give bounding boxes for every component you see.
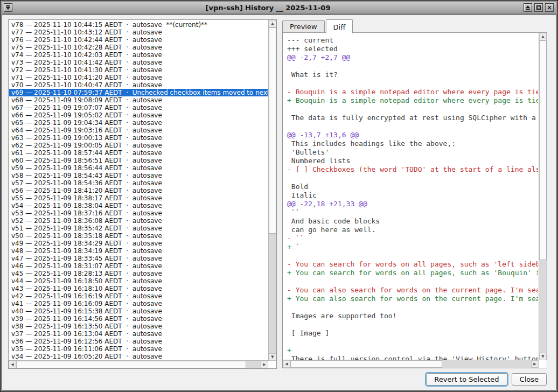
tab-diff[interactable]: Diff [326,19,353,33]
history-row[interactable]: v45 — 2025-11-09 18:28:13 AEDT · autosav… [9,270,268,277]
history-vscroll-track[interactable] [269,27,276,353]
window-title: [vpn-ssh] History __ 2025-11-09 [13,4,522,12]
diff-line: Images are supported too! [287,312,538,320]
history-row[interactable]: v59 — 2025-11-09 18:56:44 AEDT · autosav… [9,164,268,172]
shade-button[interactable] [524,3,532,12]
history-row[interactable]: v71 — 2025-11-10 10:41:20 AEDT · autosav… [9,74,268,81]
history-row[interactable]: v52 — 2025-11-09 18:36:08 AEDT · autosav… [9,217,268,225]
history-scroll-down-button[interactable]: ▼ [269,353,276,361]
history-row[interactable]: v51 — 2025-11-09 18:35:42 AEDT · autosav… [9,225,268,232]
history-row[interactable]: v64 — 2025-11-09 19:03:16 AEDT · autosav… [9,127,268,134]
history-row[interactable]: v40 — 2025-11-09 16:15:38 AEDT · autosav… [9,307,268,315]
history-row[interactable]: v41 — 2025-11-09 16:16:09 AEDT · autosav… [9,300,268,307]
diff-line [287,122,538,131]
history-scroll-up-button[interactable]: ▲ [269,20,276,27]
arrow-down-icon: ▼ [541,354,544,359]
history-row[interactable]: v48 — 2025-11-09 18:34:19 AEDT · autosav… [9,247,268,255]
history-row[interactable]: v66 — 2025-11-09 19:05:02 AEDT · autosav… [9,111,268,119]
history-row[interactable]: v43 — 2025-11-09 16:18:10 AEDT · autosav… [9,285,268,292]
diff-line: +++ selected [287,45,538,53]
history-row[interactable]: v67 — 2025-11-09 19:07:07 AEDT · autosav… [9,104,268,111]
footer: Revert to Selected Close [2,368,556,390]
history-row[interactable]: v74 — 2025-11-10 10:42:03 AEDT · autosav… [9,51,268,59]
history-row[interactable]: v77 — 2025-11-10 10:43:12 AEDT · autosav… [9,29,268,36]
history-row[interactable]: v49 — 2025-11-09 18:34:29 AEDT · autosav… [9,240,268,247]
history-row[interactable]: v76 — 2025-11-10 10:42:44 AEDT · autosav… [9,36,268,44]
diff-text[interactable]: --- current+++ selected@@ -2,7 +2,7 @@ W… [283,33,538,360]
history-row[interactable]: v65 — 2025-11-09 19:04:34 AEDT · autosav… [9,119,268,127]
diff-line: - You can also search for words on the c… [287,286,538,295]
history-row[interactable]: v61 — 2025-11-09 18:57:44 AEDT · autosav… [9,149,268,157]
diff-line: - Bouquin is a simple notepad editor whe… [287,88,538,96]
diff-line: Italic [287,191,538,200]
history-row[interactable]: v68 — 2025-11-09 19:08:09 AEDT · autosav… [9,96,268,104]
history-scroll-left-button[interactable]: ◀ [9,361,16,368]
diff-line [287,277,538,286]
diff-line: @@ -13,7 +13,6 @@ [287,131,538,139]
window-menu-button[interactable] [4,3,12,12]
history-row[interactable]: v62 — 2025-11-09 19:00:05 AEDT · autosav… [9,142,268,149]
history-row[interactable]: v36 — 2025-11-09 16:12:56 AEDT · autosav… [9,338,268,345]
history-vscrollbar[interactable]: ▲ ▼ [268,20,276,361]
history-row[interactable]: v55 — 2025-11-09 18:38:17 AEDT · autosav… [9,194,268,202]
diff-hscroll-thumb[interactable] [290,360,442,368]
diff-line: + ` [287,243,538,251]
window-menu-icon [6,5,10,6]
history-row[interactable]: v78 — 2025-11-10 10:44:15 AEDT · autosav… [9,21,268,29]
diff-hscrollbar[interactable]: ◀ ▶ [283,360,539,368]
history-list[interactable]: v78 — 2025-11-10 10:44:15 AEDT · autosav… [9,20,268,361]
history-row[interactable]: v63 — 2025-11-09 19:00:13 AEDT · autosav… [9,134,268,142]
diff-scroll-right-button[interactable]: ▶ [531,360,539,368]
history-row[interactable]: v47 — 2025-11-09 18:33:45 AEDT · autosav… [9,255,268,262]
history-hscrollbar[interactable]: ◀ ▶ [9,360,268,368]
diff-vscrollbar[interactable]: ▲ ▼ [539,33,547,360]
history-row[interactable]: v42 — 2025-11-09 16:16:19 AEDT · autosav… [9,292,268,300]
history-row[interactable]: v39 — 2025-11-09 16:14:56 AEDT · autosav… [9,315,268,323]
history-row[interactable]: v72 — 2025-11-10 10:41:30 AEDT · autosav… [9,66,268,74]
history-row[interactable]: v70 — 2025-11-10 10:40:47 AEDT · autosav… [9,81,268,89]
history-row[interactable]: v54 — 2025-11-09 18:38:04 AEDT · autosav… [9,202,268,209]
history-row[interactable]: v35 — 2025-11-09 16:11:06 AEDT · autosav… [9,345,268,353]
arrow-left-icon: ◀ [11,362,13,367]
diff-hscroll-track[interactable] [290,360,531,368]
diff-line: @@ -2,7 +2,7 @@ [287,53,538,62]
history-row[interactable]: v75 — 2025-11-10 10:42:28 AEDT · autosav… [9,44,268,51]
shade-bar-icon [526,9,530,10]
tab-preview[interactable]: Preview [282,20,325,33]
diff-vscroll-track[interactable] [539,40,547,353]
diff-scroll-left-button[interactable]: ◀ [283,360,290,368]
history-hscroll-track[interactable] [16,361,261,368]
close-button[interactable]: × [545,3,554,12]
diff-line: + You can also search for words on the c… [287,295,538,303]
history-row[interactable]: v56 — 2025-11-09 18:41:20 AEDT · autosav… [9,187,268,194]
titlebar[interactable]: [vpn-ssh] History __ 2025-11-09 × [2,2,556,13]
history-row[interactable]: v44 — 2025-11-09 16:18:50 AEDT · autosav… [9,277,268,285]
history-row[interactable]: v53 — 2025-11-09 18:37:16 AEDT · autosav… [9,209,268,217]
history-row[interactable]: v38 — 2025-11-09 16:13:50 AEDT · autosav… [9,323,268,330]
diff-line: Bold [287,183,538,191]
history-row[interactable]: v37 — 2025-11-09 16:13:04 AEDT · autosav… [9,330,268,338]
history-row[interactable]: v50 — 2025-11-09 18:35:18 AEDT · autosav… [9,232,268,240]
history-row[interactable]: v57 — 2025-11-09 18:54:36 AEDT · autosav… [9,179,268,187]
history-hscroll-thumb[interactable] [16,361,246,368]
history-scroll-right-button[interactable]: ▶ [261,361,268,368]
history-row[interactable]: v60 — 2025-11-09 18:56:51 AEDT · autosav… [9,157,268,164]
revert-to-selected-button[interactable]: Revert to Selected [426,373,507,386]
history-row[interactable]: v58 — 2025-11-09 18:54:43 AEDT · autosav… [9,172,268,179]
close-dialog-button[interactable]: Close [512,373,547,386]
arrow-right-icon: ▶ [263,362,266,367]
diff-vscroll-thumb[interactable] [539,40,547,260]
history-row[interactable]: v73 — 2025-11-10 10:41:42 AEDT · autosav… [9,59,268,66]
diff-scroll-up-button[interactable]: ▲ [539,33,547,40]
arrow-down-icon: ▼ [271,355,274,359]
maximize-icon [536,5,541,10]
window-content: v78 — 2025-11-10 10:44:15 AEDT · autosav… [2,14,556,390]
history-vscroll-thumb[interactable] [269,27,276,234]
diff-line [287,320,538,329]
history-row[interactable]: v34 — 2025-11-09 16:05:20 AEDT · autosav… [9,353,268,360]
maximize-button[interactable] [534,3,543,12]
diff-scroll-down-button[interactable]: ▼ [539,353,547,360]
history-row[interactable]: v46 — 2025-11-09 18:31:07 AEDT · autosav… [9,262,268,270]
diff-line: What is it? [287,71,538,79]
history-row[interactable]: v69 — 2025-11-10 07:59:37 AEDT · Uncheck… [9,89,268,96]
